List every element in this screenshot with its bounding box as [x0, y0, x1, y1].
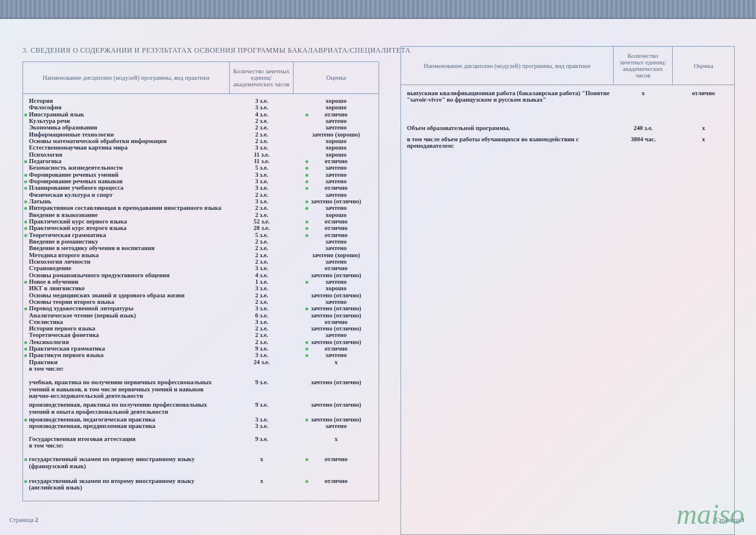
discipline-name: Информационные технологии: [23, 131, 230, 138]
discipline-name: Иностранный язык: [23, 111, 230, 118]
grade-value: зачтено: [294, 205, 379, 211]
page-number-left: Страница 2: [9, 517, 38, 523]
credits-value: 3 з.е.: [230, 198, 294, 205]
grade-value: отлично: [294, 225, 379, 231]
credits-value: 3 з.е.: [230, 144, 294, 151]
table-row: производственная, преддипломная практика…: [23, 423, 379, 429]
table-row: Практики24 з.е.х: [23, 359, 379, 365]
grade-value: хорошо: [294, 285, 379, 291]
discipline-name: Основы теории второго языка: [23, 299, 230, 305]
discipline-name: Естественнонаучная картина мира: [23, 144, 230, 151]
table-row: История3 з.е.хорошо: [23, 98, 379, 104]
grade-value: отлично: [673, 90, 734, 103]
marker-dot: [305, 281, 308, 284]
grade-value: зачтено: [294, 178, 379, 184]
discipline-name: Лексикология: [23, 339, 230, 345]
discipline-name: Интерактивная составляющая в преподавани…: [23, 205, 230, 211]
page-number-right: Страница 3: [716, 517, 744, 523]
marker-dot: [24, 234, 27, 237]
discipline-name: Психология: [23, 151, 230, 158]
transcript-table-right: Наименование дисциплин (модулей) програм…: [400, 46, 735, 535]
table-row: Экономика образования2 з.е.зачтено: [23, 124, 379, 131]
table-header-row: Наименование дисциплин (модулей) програм…: [401, 47, 734, 85]
marker-dot: [24, 114, 27, 116]
credits-value: 3 з.е.: [230, 416, 294, 423]
table-row: Формирование речевых умений3 з.е.зачтено: [23, 171, 379, 178]
grade-value: зачтено: [294, 423, 379, 429]
credits-value: 52 з.е.: [230, 218, 294, 225]
credits-value: 2 з.е.: [230, 332, 294, 338]
discipline-name: Основы романоязычного продуктивного обще…: [23, 272, 230, 278]
credits-value: х: [230, 478, 294, 491]
table-row: Теоретическая фонетика2 з.е.зачтено: [23, 332, 379, 338]
summary-value: 240 з.е.: [614, 125, 673, 131]
marker-dot: [24, 160, 27, 163]
table-row: Культура речи2 з.е.зачтено: [23, 118, 379, 124]
marker-dot: [24, 180, 27, 183]
discipline-name: Введение в языкознание: [23, 212, 230, 218]
marker-dot: [24, 221, 27, 223]
grade-value: отлично: [294, 158, 379, 164]
table-row: Философия3 з.е.хорошо: [23, 104, 379, 111]
table-row: Основы медицинских знаний и здорового об…: [23, 292, 379, 299]
left-page: Наименование дисциплин (модулей) програм…: [22, 46, 379, 501]
table-row: Психология11 з.е.хорошо: [23, 151, 379, 158]
grade-value: хорошо: [294, 104, 379, 111]
discipline-name: Философия: [23, 104, 230, 111]
credits-value: 2 з.е.: [230, 131, 294, 138]
marker-dot: [305, 167, 308, 170]
decorative-top-border: [0, 0, 756, 19]
credits-value: 3 з.е.: [230, 352, 294, 358]
discipline-name: производственная, преддипломная практика: [23, 423, 230, 429]
header-grade: Оценка: [673, 47, 734, 85]
table-row: Планирование учебного процесса3 з.е.отли…: [23, 184, 379, 191]
marker-dot: [24, 480, 27, 483]
marker-dot: [24, 200, 27, 203]
grade-value: зачтено (отлично): [294, 379, 379, 399]
discipline-name: Практический курс первого языка: [23, 218, 230, 225]
credits-value: 3 з.е.: [230, 104, 294, 111]
grade-value: зачтено (отлично): [294, 305, 379, 312]
table-row: Основы романоязычного продуктивного обще…: [23, 272, 379, 278]
discipline-name: История: [23, 98, 230, 104]
table-row: учебная, практика по получению первичных…: [23, 378, 379, 400]
grade-value: зачтено: [294, 258, 379, 265]
credits-value: 2 з.е.: [230, 258, 294, 265]
table-row: Практический курс первого языка52 з.е.от…: [23, 218, 379, 225]
discipline-name: Перевод художественной литературы: [23, 305, 230, 312]
credits-value: х: [614, 90, 673, 103]
grade-value: отлично: [294, 232, 379, 238]
grade-value: хорошо: [294, 212, 379, 218]
table-row: Страноведение3 з.е.отлично: [23, 265, 379, 271]
marker-dot: [305, 458, 308, 461]
summary-value: 3804 час.: [614, 136, 673, 149]
grade-value: отлично: [294, 319, 379, 325]
credits-value: 2 з.е.: [230, 138, 294, 144]
credits-value: 2 з.е.: [230, 292, 294, 299]
header-grade: Оценка: [294, 62, 379, 93]
grade-value: зачтено (отлично): [294, 312, 379, 319]
credits-value: 3 з.е.: [230, 98, 294, 104]
credits-value: 9 з.е.: [230, 436, 294, 442]
marker-dot: [24, 207, 27, 210]
discipline-name: Практическая грамматика: [23, 345, 230, 352]
summary-grade: х: [673, 136, 734, 149]
grade-value: отлично: [294, 478, 379, 491]
discipline-name: Безопасность жизнедеятельности: [23, 164, 230, 171]
summary-label: в том числе объем работы обучающихся во …: [401, 136, 614, 149]
grade-value: [294, 365, 379, 372]
table-body-left: История3 з.е.хорошоФилософия3 з.е.хорошо…: [23, 94, 379, 501]
table-row: выпускная квалификационная работа (бакал…: [401, 89, 734, 105]
marker-dot: [305, 160, 308, 163]
credits-value: 11 з.е.: [230, 151, 294, 158]
table-row: История первого языка2 з.е.зачтено (отли…: [23, 325, 379, 332]
credits-value: 2 з.е.: [230, 238, 294, 245]
credits-value: 6 з.е.: [230, 312, 294, 319]
grade-value: зачтено (хорошо): [294, 131, 379, 138]
table-row: Педагогика11 з.е.отлично: [23, 158, 379, 164]
credits-value: 3 з.е.: [230, 423, 294, 429]
grade-value: зачтено: [294, 332, 379, 338]
table-row: производственная, практика по получению …: [23, 400, 379, 416]
table-row: государственный экзамен по первому иност…: [23, 455, 379, 471]
credits-value: 2 з.е.: [230, 124, 294, 131]
